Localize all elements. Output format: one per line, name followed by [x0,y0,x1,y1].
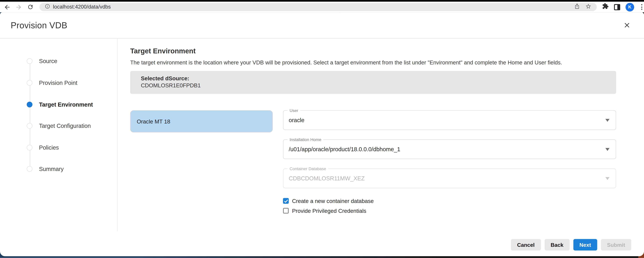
sidebar-toggle-icon[interactable] [614,4,620,10]
checkbox-unchecked-icon[interactable] [283,208,289,214]
stepper-connector-line [30,62,30,169]
installation-home-label: Installation Home [288,137,323,142]
address-bar[interactable]: localhost:4200/data/vdbs [40,3,597,11]
profile-avatar[interactable]: K [626,3,634,11]
chevron-down-icon [606,148,610,151]
privileged-credentials-checkbox-row[interactable]: Provide Privileged Credentials [283,207,616,214]
close-icon[interactable] [622,20,632,30]
selected-dsource-value: CDOMLOSR1E0FPDB1 [141,83,605,89]
page-description: The target environment is the location w… [130,59,615,66]
back-button[interactable]: Back [544,239,570,251]
installation-home-select[interactable]: Installation Home /u01/app/oracle/produc… [283,139,616,159]
step-dot [27,145,32,150]
page-title: Target Environment [130,47,644,55]
create-new-container-checkbox-row[interactable]: Create a new container database [283,197,616,205]
dialog-title: Provision VDB [11,20,68,30]
user-select-label: User [288,108,300,113]
step-policies[interactable]: Policies [27,143,59,152]
selected-dsource-banner: Selected dSource: CDOMLOSR1E0FPDB1 [130,71,616,94]
selected-dsource-label: Selected dSource: [141,75,605,82]
url-text[interactable]: localhost:4200/data/vdbs [53,4,111,10]
environment-card-oracle-mt-18[interactable]: Oracle MT 18 [130,110,273,132]
bookmark-star-icon[interactable] [585,3,592,11]
checkbox-checked-icon[interactable] [283,198,289,204]
step-dot [27,80,32,86]
checkbox-label: Create a new container database [292,198,374,204]
step-source[interactable]: Source [27,57,57,65]
container-database-value: CDBCDOMLOSR11MW_XEZ [289,175,365,182]
container-database-label: Container Database [288,166,328,171]
step-provision-point[interactable]: Provision Point [27,79,77,87]
step-dot [27,123,32,129]
user-select-value: oracle [289,117,304,123]
dialog-footer: Cancel Back Next Submit [511,239,631,251]
environment-card-label: Oracle MT 18 [137,118,170,125]
screen: localhost:4200/data/vdbs K Provision VDB [0,0,644,258]
forward-icon[interactable] [15,3,22,10]
reload-icon[interactable] [27,3,34,10]
wizard-stepper: Source Provision Point Target Environmen… [0,38,117,256]
share-icon[interactable] [574,3,580,11]
submit-button: Submit [601,239,631,251]
extensions-puzzle-icon[interactable] [602,3,609,11]
step-dot-active [27,102,32,107]
container-database-select: Container Database CDBCDOMLOSR11MW_XEZ [283,168,616,188]
step-target-configuration[interactable]: Target Configuration [27,122,91,130]
dialog-header: Provision VDB [0,12,644,39]
installation-home-value: /u01/app/oracle/product/18.0.0.0/dbhome_… [289,146,400,152]
step-content: Target Environment The target environmen… [117,38,644,256]
browser-toolbar: localhost:4200/data/vdbs K [0,0,644,12]
provision-vdb-dialog: Provision VDB Source Provision Point [0,12,644,257]
back-icon[interactable] [4,3,11,10]
user-select[interactable]: User oracle [283,110,616,130]
step-dot [27,58,32,64]
next-button[interactable]: Next [573,239,597,251]
step-summary[interactable]: Summary [27,165,64,173]
site-info-icon[interactable] [45,3,50,11]
chevron-down-icon [606,177,610,180]
checkbox-label: Provide Privileged Credentials [292,208,366,214]
browser-menu-icon[interactable] [640,3,644,11]
chevron-down-icon [606,119,610,122]
step-dot [27,166,32,172]
cancel-button[interactable]: Cancel [511,239,541,251]
step-target-environment[interactable]: Target Environment [27,100,93,109]
